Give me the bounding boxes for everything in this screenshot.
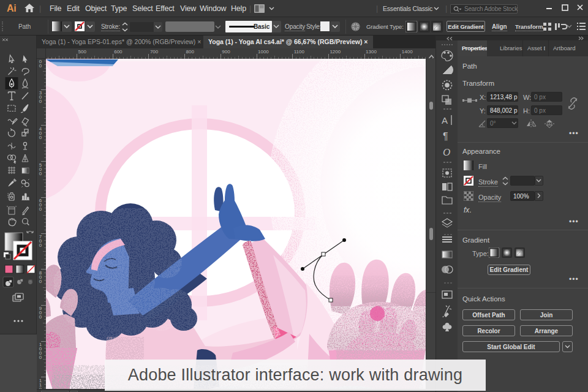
svg-text:O: O <box>443 146 450 158</box>
svg-text:A: A <box>442 115 448 126</box>
svg-text:¶: ¶ <box>443 131 448 141</box>
